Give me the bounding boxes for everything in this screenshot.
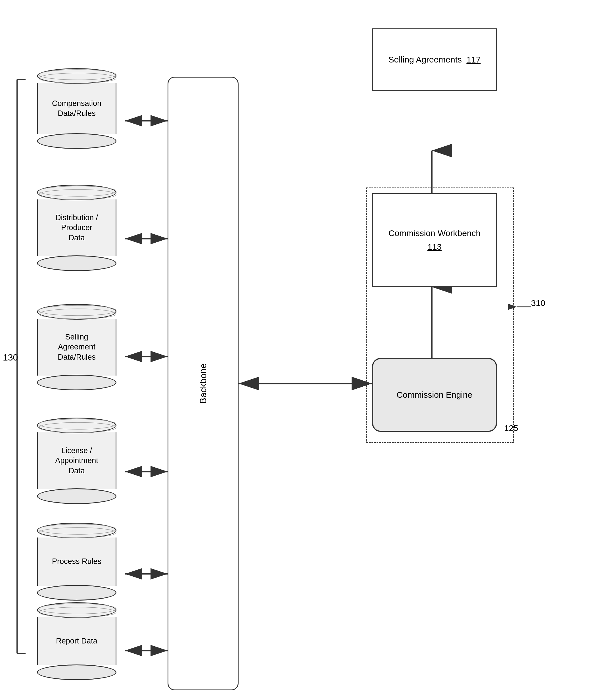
cyl-bot-3 <box>37 375 117 390</box>
selling-agreements-label: Selling Agreements 117 <box>389 54 481 65</box>
cyl-body-3: SellingAgreementData/Rules <box>37 319 117 376</box>
cyl-top-1 <box>37 68 117 84</box>
process-rules-cylinder: Process Rules <box>37 523 117 600</box>
svg-point-26 <box>39 524 116 534</box>
svg-point-28 <box>39 604 116 614</box>
svg-point-23 <box>39 309 116 319</box>
report-data-cylinder: Report Data <box>37 602 117 680</box>
svg-point-29 <box>39 607 116 617</box>
cyl-body-2: Distribution /ProducerData <box>37 199 117 256</box>
backbone-bar: Backbone <box>168 77 238 690</box>
svg-point-20 <box>39 186 116 196</box>
cyl-top-2 <box>37 185 117 200</box>
license-appointment-label: License /AppointmentData <box>43 446 111 476</box>
svg-point-24 <box>39 419 116 429</box>
selling-agreement-data-label: SellingAgreementData/Rules <box>43 332 111 362</box>
cyl-bot-2 <box>37 255 117 271</box>
cyl-top-3 <box>37 304 117 320</box>
diagram: 130 CompensationData/Rules Distribution … <box>0 0 589 700</box>
label-310: 310 <box>531 298 545 308</box>
cyl-bot-5 <box>37 585 117 600</box>
svg-point-19 <box>39 73 116 83</box>
svg-point-25 <box>39 422 116 433</box>
svg-point-27 <box>39 528 116 538</box>
selling-agreement-data-cylinder: SellingAgreementData/Rules <box>37 304 117 390</box>
cyl-body-6: Report Data <box>37 617 117 665</box>
cyl-body-1: CompensationData/Rules <box>37 83 117 134</box>
compensation-data-cylinder: CompensationData/Rules <box>37 68 117 149</box>
backbone-label: Backbone <box>198 363 208 404</box>
distribution-producer-label: Distribution /ProducerData <box>43 213 111 242</box>
process-rules-label: Process Rules <box>43 556 111 566</box>
cyl-body-5: Process Rules <box>37 537 117 586</box>
compensation-data-label: CompensationData/Rules <box>43 99 111 119</box>
cyl-top-5 <box>37 523 117 538</box>
svg-point-18 <box>39 69 116 80</box>
label-130: 130 <box>3 352 18 363</box>
svg-point-21 <box>39 189 116 200</box>
cyl-body-4: License /AppointmentData <box>37 432 117 489</box>
cyl-top-6 <box>37 602 117 618</box>
svg-point-22 <box>39 305 116 316</box>
report-data-label: Report Data <box>43 636 111 646</box>
selling-agreements-num: 117 <box>466 55 480 64</box>
cyl-bot-1 <box>37 133 117 149</box>
distribution-producer-cylinder: Distribution /ProducerData <box>37 185 117 271</box>
license-appointment-cylinder: License /AppointmentData <box>37 417 117 504</box>
selling-agreements-box: Selling Agreements 117 <box>372 28 497 91</box>
cyl-bot-6 <box>37 665 117 680</box>
dashed-region-box <box>366 187 514 443</box>
cyl-top-4 <box>37 417 117 433</box>
cyl-bot-4 <box>37 488 117 504</box>
